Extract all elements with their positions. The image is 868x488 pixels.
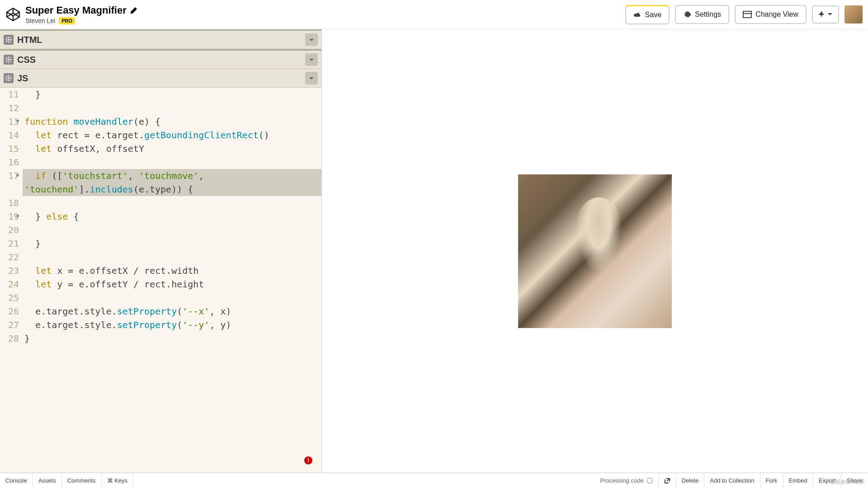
status-text: Processing code <box>595 474 658 488</box>
code-line[interactable]: 20 <box>0 223 321 237</box>
embed-button[interactable]: Embed <box>783 474 813 488</box>
chevron-down-icon <box>827 13 833 16</box>
js-collapse-button[interactable] <box>305 72 318 84</box>
gear-icon[interactable] <box>4 35 14 45</box>
title-area: Super Easy Magnifier Steven Lei PRO <box>25 5 621 24</box>
gear-icon[interactable] <box>4 55 14 65</box>
preview-pane[interactable] <box>322 29 868 473</box>
fold-icon[interactable] <box>15 119 20 124</box>
code-line[interactable]: 17 if (['touchstart', 'touchmove', <box>0 169 321 183</box>
avatar[interactable] <box>844 5 863 23</box>
pen-title[interactable]: Super Easy Magnifier <box>25 5 127 16</box>
code-line[interactable]: 16 <box>0 155 321 169</box>
code-line[interactable]: 22 <box>0 250 321 264</box>
assets-button[interactable]: Assets <box>33 474 62 488</box>
js-panel-header[interactable]: JS <box>0 69 321 88</box>
footer: Console Assets Comments ⌘ Keys Processin… <box>0 473 868 488</box>
fold-icon[interactable] <box>15 214 20 219</box>
fold-icon[interactable] <box>15 174 20 178</box>
css-collapse-button[interactable] <box>305 53 318 66</box>
main: HTML CSS JS 11 }1213function moveHandler… <box>0 29 868 473</box>
console-button[interactable]: Console <box>0 474 33 488</box>
pin-icon <box>818 11 825 18</box>
svg-point-4 <box>8 77 9 79</box>
watermark: @掘金技术社区 <box>830 479 865 485</box>
keys-button[interactable]: ⌘ Keys <box>102 474 134 488</box>
settings-button[interactable]: Settings <box>675 5 729 24</box>
js-panel-label: JS <box>17 73 302 84</box>
code-line[interactable]: 28} <box>0 332 321 345</box>
code-line[interactable]: 27 e.target.style.setProperty('--y', y) <box>0 318 321 332</box>
code-line[interactable]: 19 } else { <box>0 210 321 223</box>
js-editor[interactable]: 11 }1213function moveHandler(e) {14 let … <box>0 88 321 473</box>
code-line[interactable]: 11 } <box>0 88 321 101</box>
gear-icon <box>683 10 691 19</box>
header-actions: Save Settings Change View <box>625 5 863 24</box>
code-line[interactable]: 23 let x = e.offsetX / rect.width <box>0 264 321 277</box>
code-line[interactable]: 21 } <box>0 237 321 250</box>
code-line[interactable]: 'touchend'].includes(e.type)) { <box>0 183 321 196</box>
html-panel-header[interactable]: HTML <box>0 29 321 49</box>
cloud-icon <box>633 12 642 18</box>
svg-rect-0 <box>743 11 751 18</box>
header: Super Easy Magnifier Steven Lei PRO Save… <box>0 0 868 29</box>
error-indicator[interactable]: ! <box>304 456 312 465</box>
edit-icon[interactable] <box>130 7 137 14</box>
code-line[interactable]: 12 <box>0 101 321 115</box>
change-view-button[interactable]: Change View <box>735 5 807 24</box>
pin-dropdown[interactable] <box>812 5 839 23</box>
codepen-logo[interactable] <box>5 7 21 22</box>
code-line[interactable]: 13function moveHandler(e) { <box>0 115 321 128</box>
code-line[interactable]: 14 let rect = e.target.getBoundingClient… <box>0 128 321 142</box>
code-line[interactable]: 15 let offsetX, offsetY <box>0 142 321 155</box>
css-panel-label: CSS <box>17 55 302 65</box>
svg-point-2 <box>8 39 9 41</box>
svg-point-3 <box>8 59 9 61</box>
css-panel-header[interactable]: CSS <box>0 49 321 69</box>
html-panel-label: HTML <box>17 35 302 45</box>
fork-button[interactable]: Fork <box>760 474 783 488</box>
preview-image[interactable] <box>518 174 672 328</box>
add-collection-button[interactable]: Add to Collection <box>704 474 760 488</box>
html-collapse-button[interactable] <box>305 33 318 46</box>
layout-icon <box>743 11 752 18</box>
code-line[interactable]: 18 <box>0 196 321 210</box>
popout-button[interactable] <box>658 474 676 488</box>
comments-button[interactable]: Comments <box>62 474 102 488</box>
code-line[interactable]: 24 let y = e.offsetY / rect.height <box>0 277 321 291</box>
pro-badge: PRO <box>59 17 75 24</box>
code-line[interactable]: 25 <box>0 291 321 305</box>
editors-column: HTML CSS JS 11 }1213function moveHandler… <box>0 29 322 473</box>
author-name[interactable]: Steven Lei <box>25 17 55 24</box>
gear-icon[interactable] <box>4 73 14 83</box>
delete-button[interactable]: Delete <box>676 474 704 488</box>
spinner-icon <box>646 478 653 484</box>
save-button[interactable]: Save <box>625 5 670 24</box>
code-line[interactable]: 26 e.target.style.setProperty('--x', x) <box>0 305 321 318</box>
